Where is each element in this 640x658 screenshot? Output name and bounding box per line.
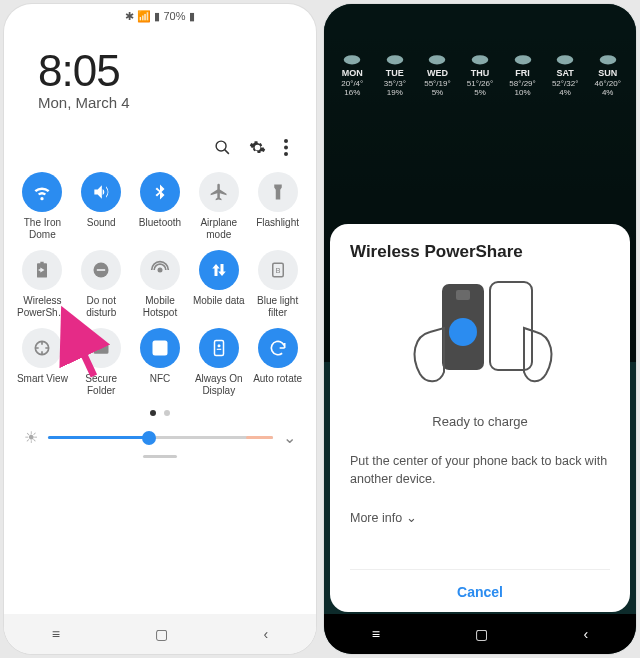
forecast-day: WED55°/19°5% (417, 50, 458, 98)
tile-label: Secure Folder (73, 373, 130, 396)
tile-airplane[interactable]: Airplane mode (190, 172, 247, 240)
tile-data[interactable]: Mobile data (190, 250, 247, 318)
tile-label: Bluetooth (139, 217, 181, 229)
clock-time: 8:05 (38, 46, 316, 96)
svg-point-14 (217, 344, 220, 347)
phone-left-quick-settings: ✱ 📶 ▮ 70% ▮ 8:05 Mon, March 4 The Iron D… (4, 4, 316, 654)
tile-label: Do not disturb (73, 295, 130, 318)
forecast-day: THU51°/26°5% (460, 50, 501, 98)
tile-label: Wireless PowerSh… (14, 295, 71, 318)
svg-point-2 (284, 139, 288, 143)
nav-back-icon[interactable]: ‹ (264, 626, 269, 642)
nav-recents-icon[interactable]: ≡ (52, 626, 60, 642)
forecast-day: TUE35°/3°19% (375, 50, 416, 98)
tile-label: Smart View (17, 373, 68, 385)
powershare-illustration (350, 276, 610, 396)
rotate-icon (258, 328, 298, 368)
tile-wifi[interactable]: The Iron Dome (14, 172, 71, 240)
more-info-button[interactable]: More info ⌄ (350, 510, 610, 525)
pager-dots[interactable] (4, 396, 316, 422)
nav-home-icon[interactable]: ▢ (155, 626, 168, 642)
cancel-button[interactable]: Cancel (350, 569, 610, 600)
nav-recents-icon[interactable]: ≡ (372, 626, 380, 642)
svg-point-7 (157, 268, 162, 273)
wifi-status-icon: 📶 (137, 10, 151, 23)
bluetooth-status-icon: ✱ (125, 10, 134, 23)
tile-label: The Iron Dome (14, 217, 71, 240)
bluelight-icon: B (258, 250, 298, 290)
status-text: Ready to charge (350, 414, 610, 429)
svg-point-21 (514, 55, 531, 64)
clock-area: 8:05 Mon, March 4 (4, 28, 316, 117)
svg-text:B: B (275, 266, 280, 275)
dnd-icon (81, 250, 121, 290)
airplane-icon (199, 172, 239, 212)
bluetooth-icon (140, 172, 180, 212)
data-icon (199, 250, 239, 290)
chevron-down-icon: ⌄ (406, 510, 417, 525)
tile-bluelight[interactable]: BBlue light filter (249, 250, 306, 318)
tile-nfc[interactable]: NNFC (132, 328, 189, 396)
weather-forecast-row: MON20°/4°16%TUE35°/3°19%WED55°/19°5%THU5… (332, 50, 628, 98)
gear-icon[interactable] (249, 139, 266, 156)
svg-point-22 (557, 55, 574, 64)
tile-label: Always On Display (190, 373, 247, 396)
tile-label: Mobile data (193, 295, 245, 307)
svg-point-17 (344, 55, 361, 64)
signal-status-icon: ▮ (154, 10, 160, 23)
nav-back-icon[interactable]: ‹ (584, 626, 589, 642)
tile-label: Blue light filter (249, 295, 306, 318)
tile-folder[interactable]: Secure Folder (73, 328, 130, 396)
volume-icon (81, 172, 121, 212)
pager-dot[interactable] (150, 410, 156, 416)
tile-flashlight[interactable]: Flashlight (249, 172, 306, 240)
panel-handle[interactable] (143, 455, 177, 458)
tile-smartview[interactable]: Smart View (14, 328, 71, 396)
tile-bluetooth[interactable]: Bluetooth (132, 172, 189, 240)
tile-volume[interactable]: Sound (73, 172, 130, 240)
tile-label: NFC (150, 373, 171, 385)
wifi-icon (22, 172, 62, 212)
battery-text: 70% (163, 10, 185, 22)
brightness-slider[interactable] (48, 436, 273, 439)
tile-hotspot[interactable]: Mobile Hotspot (132, 250, 189, 318)
nav-home-icon[interactable]: ▢ (475, 626, 488, 642)
powershare-icon (22, 250, 62, 290)
smartview-icon (22, 328, 62, 368)
tile-rotate[interactable]: Auto rotate (249, 328, 306, 396)
svg-line-1 (225, 150, 229, 154)
svg-point-4 (284, 152, 288, 156)
search-icon[interactable] (214, 139, 231, 156)
brightness-row: ☀︎ ⌄ (4, 422, 316, 447)
svg-point-19 (429, 55, 446, 64)
nav-bar: ≡ ▢ ‹ (4, 614, 316, 654)
tile-label: Sound (87, 217, 116, 229)
phone-right-powershare: 8:05 📶 ▮ ▮ MON20°/4°16%TUE35°/3°19%WED55… (324, 4, 636, 654)
battery-icon: ▮ (189, 10, 195, 23)
more-icon[interactable] (284, 139, 288, 156)
svg-rect-13 (214, 341, 223, 356)
aod-icon (199, 328, 239, 368)
flashlight-icon (258, 172, 298, 212)
tile-label: Airplane mode (190, 217, 247, 240)
tile-aod[interactable]: Always On Display (190, 328, 247, 396)
forecast-day: MON20°/4°16% (332, 50, 373, 98)
svg-text:N: N (157, 343, 163, 353)
clock-date: Mon, March 4 (38, 94, 316, 111)
forecast-day: SUN46°/20°4% (587, 50, 628, 98)
powershare-sheet: Wireless PowerShare Ready to charge Put … (330, 224, 630, 612)
instruction-text: Put the center of your phone back to bac… (350, 453, 610, 488)
tile-label: Flashlight (256, 217, 299, 229)
brightness-expand-icon[interactable]: ⌄ (283, 428, 296, 447)
tile-dnd[interactable]: Do not disturb (73, 250, 130, 318)
svg-rect-27 (490, 282, 532, 370)
quick-settings-tiles: The Iron DomeSoundBluetoothAirplane mode… (4, 166, 316, 396)
brightness-icon: ☀︎ (24, 428, 38, 447)
svg-rect-15 (217, 349, 222, 350)
panel-tools (4, 117, 316, 166)
tile-powershare[interactable]: Wireless PowerSh… (14, 250, 71, 318)
svg-point-20 (472, 55, 489, 64)
forecast-day: FRI58°/29°10% (502, 50, 543, 98)
pager-dot[interactable] (164, 410, 170, 416)
svg-point-23 (599, 55, 616, 64)
